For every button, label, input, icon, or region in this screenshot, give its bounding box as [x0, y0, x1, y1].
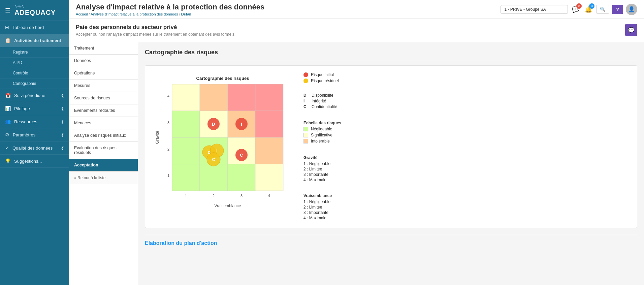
- section-title: Paie des personnels du secteur privé: [76, 24, 235, 31]
- svg-rect-8: [255, 111, 283, 137]
- sidebar-sub-cartographie[interactable]: Cartographie: [0, 78, 69, 89]
- left-nav-traitement[interactable]: Traitement: [69, 42, 138, 55]
- left-nav-back[interactable]: « Retour à la liste: [69, 171, 138, 184]
- svg-rect-4: [255, 84, 283, 111]
- messages-badge: 8: [576, 3, 582, 9]
- breadcrumb: Accueil / Analyse d'impact relative à la…: [76, 12, 497, 16]
- chat-button[interactable]: 💬: [625, 24, 637, 36]
- svg-text:Vraisemblance: Vraisemblance: [215, 203, 241, 208]
- sidebar-item-suivi[interactable]: 📅 Suivi périodique ❮: [0, 89, 69, 102]
- sub-item-label: AIPD: [13, 60, 22, 65]
- sidebar-item-label: Paramètres: [13, 132, 35, 137]
- svg-rect-15: [228, 164, 255, 191]
- breadcrumb-home[interactable]: Accueil: [76, 12, 88, 16]
- suggestions-icon: 💡: [5, 158, 11, 164]
- svg-text:C: C: [240, 153, 243, 158]
- gravite-4: 4 : Maximale: [303, 178, 371, 182]
- risk-legend: Risque initial Risque résiduel D Disponi…: [303, 72, 371, 221]
- sidebar-item-label: Pilotage: [14, 106, 30, 111]
- sidebar-item-tableau[interactable]: ⊞ Tableau de bord: [0, 21, 69, 34]
- section-info: Paie des personnels du secteur privé Acc…: [76, 24, 235, 37]
- svg-text:C: C: [212, 157, 215, 162]
- help-button[interactable]: ?: [612, 5, 623, 14]
- sidebar-sub-aipd[interactable]: AIPD: [0, 58, 69, 68]
- sidebar-item-pilotage[interactable]: 📊 Pilotage ❮: [0, 102, 69, 115]
- topbar: Analyse d'impact relative à la protectio…: [69, 0, 644, 19]
- left-nav-acceptation[interactable]: Acceptation: [69, 159, 138, 171]
- body-layout: Traitement Données Opérations Mesures So…: [69, 42, 644, 285]
- d-label: D: [303, 93, 310, 98]
- messages-button[interactable]: 💬 8: [571, 4, 581, 14]
- svg-text:4: 4: [167, 94, 169, 98]
- left-nav-evenements[interactable]: Evénements redoutés: [69, 104, 138, 117]
- svg-rect-16: [255, 164, 283, 191]
- svg-text:I: I: [216, 149, 217, 153]
- sidebar-item-activites[interactable]: 📋 Activités de traitement: [0, 34, 69, 47]
- sidebar-item-label: Activités de traitement: [14, 38, 61, 43]
- risk-map-container: Cartographie des risques: [145, 65, 637, 228]
- residuel-dot: [303, 78, 308, 83]
- chevron-icon: ❮: [61, 106, 64, 111]
- breadcrumb-section[interactable]: Analyse d'impact relative à la protectio…: [91, 12, 178, 16]
- sidebar-item-qualite[interactable]: ✓ Qualité des données ❮: [0, 141, 69, 155]
- c-text: Confidentialité: [312, 104, 337, 109]
- elaboration-link[interactable]: du plan d'action: [176, 240, 217, 246]
- left-nav-operations[interactable]: Opérations: [69, 67, 138, 80]
- vraisemblance-title: Vraisemblance: [303, 193, 371, 198]
- legend-types: D Disponibilité I Intégrité C Confidenti…: [303, 93, 371, 110]
- gravite-2: 2 : Limitée: [303, 167, 371, 171]
- i-text: Intégrité: [312, 99, 326, 103]
- page-title: Analyse d'impact relative à la protectio…: [76, 3, 497, 11]
- d-text: Disponibilité: [312, 93, 333, 98]
- sidebar-item-label: Tableau de bord: [12, 25, 44, 30]
- svg-rect-13: [172, 164, 200, 191]
- avatar-button[interactable]: 👤: [626, 4, 637, 15]
- risk-map-svg: Cartographie des risques: [152, 72, 293, 214]
- sidebar-header: ☰ ∿∿∿ ADEQUACY: [0, 0, 69, 21]
- elaboration-static: Elaboration: [145, 240, 176, 246]
- svg-text:2: 2: [213, 194, 215, 198]
- sidebar-item-ressources[interactable]: 👥 Ressources ❮: [0, 115, 69, 128]
- ressources-icon: 👥: [5, 119, 11, 124]
- svg-text:D: D: [212, 122, 215, 127]
- section-description: Accepter ou non l'analyse d'impact menée…: [76, 32, 235, 37]
- sidebar-sub-controle[interactable]: Contrôle: [0, 68, 69, 78]
- residuel-label: Risque résiduel: [311, 78, 339, 83]
- significative-rect: [303, 133, 308, 137]
- initial-label: Risque initial: [311, 72, 334, 77]
- tableau-icon: ⊞: [5, 25, 9, 30]
- legend-echelle: Echelle des risques Négligeable Signific…: [303, 119, 371, 145]
- i-label: I: [303, 99, 310, 103]
- left-nav-analyse[interactable]: Analyse des risques initiaux: [69, 129, 138, 142]
- notifications-badge: 3: [589, 3, 594, 9]
- topbar-right: 💬 8 🔔 3 🔍 ? 👤: [501, 4, 637, 15]
- intolerable-rect: [303, 139, 308, 144]
- svg-text:Cartographie des risques: Cartographie des risques: [196, 76, 249, 81]
- sidebar-item-suggestions[interactable]: 💡 Suggestions...: [0, 155, 69, 168]
- hamburger-icon[interactable]: ☰: [5, 7, 10, 14]
- company-selector[interactable]: [501, 5, 568, 14]
- page-title-area: Analyse d'impact relative à la protectio…: [76, 3, 497, 16]
- significative-label: Significative: [311, 133, 332, 137]
- left-nav-evaluation[interactable]: Evaluation des risques résiduels: [69, 142, 138, 159]
- left-nav-mesures[interactable]: Mesures: [69, 80, 138, 92]
- legend-vraisemblance: Vraisemblance 1 : Négligeable 2 : Limité…: [303, 191, 371, 221]
- search-button[interactable]: 🔍: [596, 5, 609, 14]
- chevron-icon: ❮: [61, 93, 64, 98]
- sidebar-item-label: Suivi périodique: [14, 93, 45, 98]
- svg-text:2: 2: [167, 147, 169, 151]
- left-nav-donnees[interactable]: Données: [69, 55, 138, 67]
- sidebar-sub-registre[interactable]: Registre: [0, 47, 69, 58]
- legend-gravite: Gravité 1 : Négligeable 2 : Limitée 3 : …: [303, 153, 371, 183]
- left-nav-menaces[interactable]: Menaces: [69, 117, 138, 129]
- svg-text:I: I: [241, 122, 242, 127]
- parametres-icon: ⚙: [5, 132, 9, 137]
- chart-area: Cartographie des risques Cartographie de…: [138, 42, 644, 285]
- notifications-button[interactable]: 🔔 3: [583, 4, 593, 14]
- sidebar-item-parametres[interactable]: ⚙ Paramètres ❮: [0, 128, 69, 141]
- c-label: C: [303, 104, 310, 109]
- chevron-icon: ❮: [61, 146, 64, 150]
- left-nav-sources[interactable]: Sources de risques: [69, 92, 138, 104]
- elaboration-title: Elaboration du plan d'action: [145, 240, 637, 246]
- svg-text:3: 3: [240, 194, 243, 198]
